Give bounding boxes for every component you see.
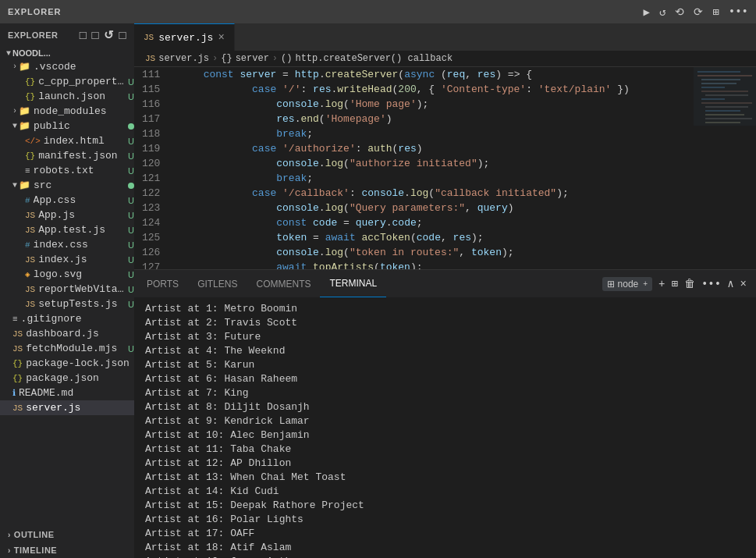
terminal-area: PORTS GITLENS COMMENTS TERMINAL ⊞ node + [134, 269, 756, 558]
minimap-svg [694, 67, 756, 269]
node-modules-label: node_modules [34, 105, 134, 117]
chevron-icon: › [8, 546, 11, 555]
titlebar-title: EXPLORER [8, 7, 62, 16]
logo-label: logo.svg [34, 268, 125, 280]
terminal-line: Artist at 3: Future [145, 330, 745, 344]
sidebar-item-index-html[interactable]: </> index.html U [0, 133, 134, 148]
json-icon: {} [12, 359, 23, 368]
sidebar-header-icons: □ □ ↺ □ [80, 28, 126, 42]
new-folder-icon[interactable]: □ [91, 28, 99, 42]
breadcrumb-icon[interactable]: ⟳ [694, 5, 703, 19]
gitignore-label: .gitignore [21, 313, 134, 325]
sidebar-item-gitignore[interactable]: ≡ .gitignore [0, 311, 134, 326]
tab-gitlens[interactable]: GITLENS [188, 270, 247, 297]
sidebar-item-app-test[interactable]: JS App.test.js U [0, 222, 134, 237]
sidebar-item-app-css[interactable]: # App.css U [0, 193, 134, 208]
code-line-124: const code = query.code; [179, 215, 683, 230]
root-label: NOODL... [12, 48, 51, 58]
folder-icon: 📁 [19, 120, 30, 132]
sidebar-item-root[interactable]: ▼ NOODL... [0, 47, 134, 59]
collapse-icon[interactable]: □ [119, 28, 126, 42]
js-icon: JS [25, 285, 35, 294]
split-terminal-icon[interactable]: ⊞ [672, 277, 678, 290]
sidebar-item-c-cpp[interactable]: {} c_cpp_properti... U [0, 74, 134, 89]
sidebar-item-public[interactable]: ▼ 📁 public [0, 119, 134, 133]
code-line-115: case '/': res.writeHead(200, { 'Content-… [179, 82, 683, 97]
editor-with-minimap: 111 115 116 117 118 119 120 121 122 123 … [134, 67, 756, 269]
code-area[interactable]: 111 115 116 117 118 119 120 121 122 123 … [134, 67, 694, 269]
terminal-line: Artist at 19: James Arthur [145, 555, 745, 558]
tab-server-js[interactable]: JS server.js × [134, 23, 235, 51]
layout-icon[interactable]: ⊞ [712, 5, 719, 19]
more-icon[interactable]: ••• [729, 5, 748, 18]
tab-close-button[interactable]: × [218, 31, 224, 44]
sidebar-item-readme[interactable]: ℹ README.md [0, 386, 134, 400]
badge-u: U [128, 166, 134, 176]
code-line-126: console.log("token in routes:", token); [179, 245, 683, 260]
sidebar-item-src[interactable]: ▼ 📁 src [0, 178, 134, 193]
css-icon: # [25, 240, 30, 250]
html-icon: </> [25, 137, 41, 146]
sidebar-item-dashboard[interactable]: JS dashboard.js [0, 326, 134, 341]
more-actions-icon[interactable]: ••• [701, 278, 721, 290]
sidebar-item-launch[interactable]: {} launch.json U [0, 89, 134, 104]
tab-comments[interactable]: COMMENTS [247, 270, 320, 297]
terminal-line: Artist at 18: Atif Aslam [145, 541, 745, 555]
add-terminal-icon[interactable]: + [658, 278, 665, 290]
sidebar-item-manifest[interactable]: {} manifest.json U [0, 148, 134, 163]
chevron-up-icon[interactable]: ∧ [727, 277, 733, 290]
tab-ports[interactable]: PORTS [137, 270, 188, 297]
trash-icon[interactable]: 🗑 [684, 278, 695, 290]
sidebar-item-setup[interactable]: JS setupTests.js U [0, 297, 134, 311]
terminal-line: Artist at 2: Travis Scott [145, 316, 745, 330]
breadcrumb-file[interactable]: server.js [158, 53, 209, 64]
code-line-127: await topArtists(token); [179, 260, 683, 269]
js-icon: JS [25, 300, 35, 309]
css-icon: # [25, 196, 30, 205]
breadcrumb-cb-icon: () [281, 53, 292, 64]
terminal-actions: ⊞ node + + ⊞ 🗑 ••• ∧ × [602, 277, 753, 291]
terminal-line: Artist at 15: Deepak Rathore Project [145, 499, 745, 513]
tab-terminal[interactable]: TERMINAL [320, 270, 386, 297]
terminal-line: Artist at 10: Alec Benjamin [145, 428, 745, 442]
sidebar-item-robots[interactable]: ≡ robots.txt U [0, 163, 134, 178]
refresh-icon[interactable]: ↺ [104, 28, 115, 42]
src-label: src [34, 179, 125, 191]
sidebar-item-fetch[interactable]: JS fetchModule.mjs U [0, 341, 134, 356]
chevron-icon: › [12, 62, 17, 71]
index-css-label: index.css [34, 239, 125, 251]
terminal-line: Artist at 16: Polar Lights [145, 513, 745, 527]
sidebar-item-report[interactable]: JS reportWebVital... U [0, 282, 134, 297]
terminal-content[interactable]: Artist at 1: Metro BoominArtist at 2: Tr… [134, 297, 756, 558]
badge-u: U [128, 151, 134, 161]
debug-icon[interactable]: ↺ [659, 5, 665, 19]
sidebar-item-server[interactable]: JS server.js [0, 400, 134, 415]
info-icon: ℹ [12, 388, 16, 398]
sidebar-item-vscode[interactable]: › 📁 .vscode [0, 59, 134, 74]
explorer-label: EXPLORER [8, 30, 59, 40]
timeline-section[interactable]: › TIMELINE [0, 542, 134, 558]
sidebar-item-index-css[interactable]: # index.css U [0, 237, 134, 252]
app-js-label: App.js [38, 209, 125, 221]
sidebar-item-package[interactable]: {} package.json [0, 371, 134, 386]
sidebar-item-node-modules[interactable]: › 📁 node_modules [0, 104, 134, 119]
terminal-line: Artist at 13: When Chai Met Toast [145, 471, 745, 485]
code-line-111: const server = http.createServer(async (… [179, 67, 683, 82]
outline-section[interactable]: › OUTLINE [0, 527, 134, 542]
close-panel-icon[interactable]: × [740, 278, 747, 290]
sidebar-item-package-lock[interactable]: {} package-lock.json [0, 356, 134, 371]
chevron-icon: ▼ [12, 122, 17, 130]
outline-label: OUTLINE [14, 530, 55, 539]
new-file-icon[interactable]: □ [80, 28, 87, 42]
sidebar: EXPLORER □ □ ↺ □ ▼ NOODL... › 📁 .vscode … [0, 23, 134, 558]
sidebar-item-logo[interactable]: ◈ logo.svg U [0, 267, 134, 282]
terminal-node-selector[interactable]: ⊞ node + [602, 277, 653, 291]
sidebar-item-index-js[interactable]: JS index.js U [0, 252, 134, 267]
json-icon: {} [25, 151, 35, 161]
breadcrumb-server[interactable]: server [236, 53, 269, 64]
run-icon[interactable]: ▶ [643, 5, 649, 19]
terminal-line: Artist at 12: AP Dhillon [145, 457, 745, 471]
sidebar-item-app-js[interactable]: JS App.js U [0, 208, 134, 222]
split-icon[interactable]: ⟲ [675, 5, 684, 19]
breadcrumb-callback[interactable]: http.createServer() callback [295, 53, 453, 64]
